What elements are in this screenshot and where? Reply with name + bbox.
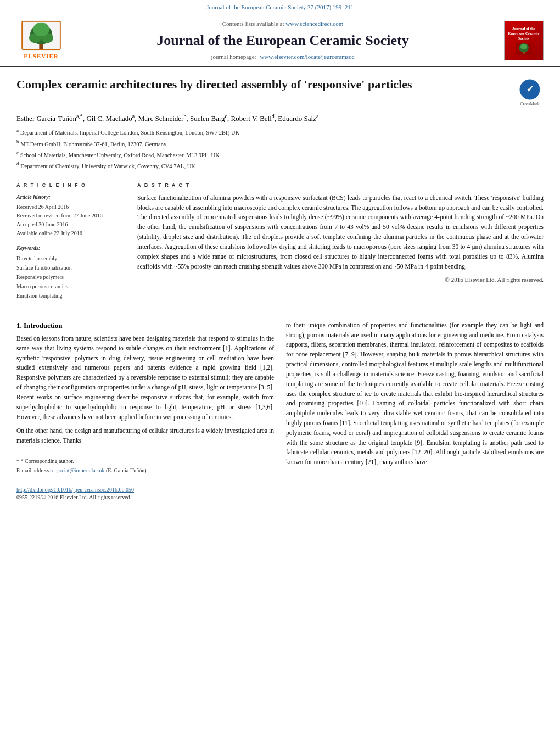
affil-c: c School of Materials, Manchester Univer…: [16, 149, 544, 159]
authors-line: Esther García-Tuñóna,*, Gil C. Machadoa,…: [16, 113, 544, 124]
affil-b: b MT.Derm GmbH, Blohmstraße 37-61, Berli…: [16, 138, 544, 148]
keywords-list: Directed assembly Surface functionalizat…: [16, 254, 126, 300]
author-1: Esther García-Tuñón: [16, 114, 76, 122]
body-right-col: to their unique combination of propertie…: [286, 321, 544, 503]
journal-header: ELSEVIER Contents lists available at www…: [0, 14, 560, 66]
article-title-area: Complex ceramic architectures by directe…: [16, 77, 544, 107]
author-2: Gil C. Machado: [86, 114, 132, 122]
history-label: Article history:: [16, 193, 126, 201]
journal-badge: Journal of the European Ceramic Society: [504, 21, 544, 60]
body-para-2: On the other hand, the design and manufa…: [16, 426, 274, 446]
issn-line: 0955-2219/© 2016 Elsevier Ltd. All right…: [16, 494, 274, 501]
keywords-block: Keywords: Directed assembly Surface func…: [16, 244, 126, 300]
author-5: Robert V. Bell: [231, 114, 272, 122]
author-6: Eduardo Saiz: [278, 114, 316, 122]
svg-text:✓: ✓: [526, 83, 534, 94]
footnote-blank: [16, 476, 274, 484]
footnote-email-link[interactable]: egarciat@imperialac.uk: [52, 467, 105, 473]
badge-logo-icon: [516, 43, 532, 55]
journal-badge-area: Journal of the European Ceramic Society: [494, 21, 544, 60]
article-info-col: A R T I C L E I N F O Article history: R…: [16, 182, 126, 307]
article-history-block: Article history: Received 26 April 2016 …: [16, 193, 126, 238]
svg-point-10: [520, 44, 527, 49]
divider-1: [16, 176, 544, 176]
crossmark-area: ✓ CrossMark: [516, 79, 544, 107]
author-4: Suelen Barg: [190, 114, 225, 122]
crossmark-icon: ✓: [519, 79, 540, 100]
journal-banner: Journal of the European Ceramic Society …: [0, 0, 560, 14]
journal-citation: Journal of the European Ceramic Society …: [206, 4, 354, 10]
divider-2: [16, 314, 544, 314]
article-info-heading: A R T I C L E I N F O: [16, 182, 126, 189]
affiliations: a Department of Materials, Imperial Coll…: [16, 127, 544, 170]
body-para-1: Based on lessons from nature, scientists…: [16, 334, 274, 422]
elsevier-brand-text: ELSEVIER: [24, 52, 59, 60]
journal-header-center: Contents lists available at www.scienced…: [71, 20, 494, 61]
affil-d: d Department of Chemistry, University of…: [16, 160, 544, 170]
body-content: 1. Introduction Based on lessons from na…: [16, 321, 544, 503]
body-para-right-1: to their unique combination of propertie…: [286, 321, 544, 467]
contents-line: Contents lists available at www.scienced…: [71, 20, 494, 28]
abstract-text: Surface functionalization of alumina pow…: [137, 193, 544, 272]
journal-homepage-link[interactable]: www.elsevier.com/locate/jeurceramsoc: [260, 53, 354, 60]
history-content: Received 26 April 2016 Received in revis…: [16, 203, 126, 238]
section1-title: 1. Introduction: [16, 321, 274, 331]
body-left-col: 1. Introduction Based on lessons from na…: [16, 321, 274, 503]
article-title: Complex ceramic architectures by directe…: [16, 77, 511, 93]
footnote-email: E-mail address: egarciat@imperialac.uk (…: [16, 467, 274, 475]
abstract-heading: A B S T R A C T: [137, 182, 544, 189]
journal-homepage: journal homepage: www.elsevier.com/locat…: [71, 53, 494, 61]
elsevier-tree-icon: [19, 20, 63, 51]
svg-point-5: [33, 23, 49, 37]
author-3: Marc Schneider: [138, 114, 184, 122]
article-content: Complex ceramic architectures by directe…: [0, 67, 560, 503]
footnote-area: * * Corresponding author. E-mail address…: [16, 454, 274, 501]
footnote-corresponding: * * Corresponding author.: [16, 458, 274, 465]
journal-title: Journal of the European Ceramic Society: [71, 31, 494, 51]
info-abstract-section: A R T I C L E I N F O Article history: R…: [16, 182, 544, 307]
abstract-col: A B S T R A C T Surface functionalizatio…: [137, 182, 544, 307]
elsevier-logo-area: ELSEVIER: [11, 20, 71, 60]
keywords-label: Keywords:: [16, 244, 126, 252]
affil-a: a Department of Materials, Imperial Coll…: [16, 127, 544, 137]
sciencedirect-link[interactable]: www.sciencedirect.com: [285, 20, 343, 27]
abstract-copyright: © 2016 Elsevier Ltd. All rights reserved…: [137, 276, 544, 284]
doi-link[interactable]: http://dx.doi.org/10.1016/j.jeurceramsoc…: [16, 486, 274, 494]
